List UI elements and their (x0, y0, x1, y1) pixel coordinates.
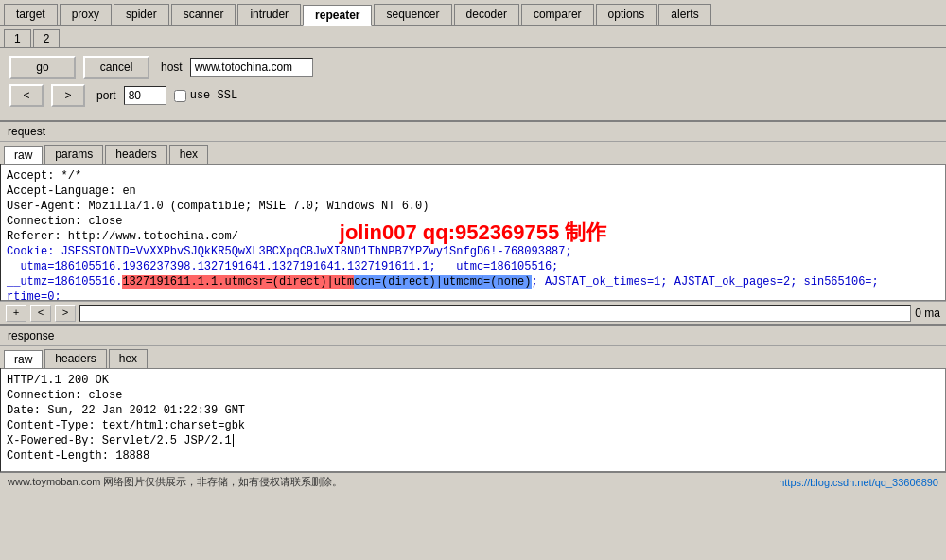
request-section-label: request (0, 121, 946, 142)
response-line-1: Connection: close (7, 388, 939, 403)
tab-target[interactable]: target (4, 4, 58, 25)
toolbar-forward-button[interactable]: > (55, 305, 76, 322)
request-line-0: Accept: */* (7, 168, 939, 184)
tab-options[interactable]: options (596, 4, 657, 25)
tab-comparer[interactable]: comparer (521, 4, 594, 25)
port-input[interactable] (124, 86, 166, 105)
numbered-tab-bar: 1 2 (0, 26, 946, 48)
request-line-4: Referer: http://www.totochina.com/ (7, 229, 939, 244)
host-input[interactable] (190, 58, 313, 77)
response-content: HTTP/1.1 200 OK Connection: close Date: … (0, 368, 946, 472)
request-tab-bar: raw params headers hex (0, 142, 946, 164)
go-button[interactable]: go (9, 56, 76, 79)
tab-2[interactable]: 2 (33, 29, 61, 47)
tab-decoder[interactable]: decoder (454, 4, 519, 25)
main-tab-bar: target proxy spider scanner intruder rep… (0, 0, 946, 26)
response-tab-raw[interactable]: raw (4, 350, 43, 369)
request-line-1: Accept-Language: en (7, 184, 939, 199)
bottom-toolbar: + < > 0 ma (0, 301, 946, 325)
tab-1[interactable]: 1 (4, 29, 31, 47)
tab-spider[interactable]: spider (114, 4, 169, 25)
use-ssl-checkbox[interactable] (174, 90, 186, 102)
response-line-4: X-Powered-By: Servlet/2.5 JSP/2.1 (7, 433, 939, 448)
tab-alerts[interactable]: alerts (658, 4, 710, 25)
use-ssl-label: use SSL (190, 89, 237, 102)
response-line-3: Content-Type: text/html;charset=gbk (7, 418, 939, 433)
host-label: host (161, 61, 183, 74)
request-line-5: Cookie: JSESSIONID=VvXXPbvSJQkKR5QwXL3BC… (7, 244, 939, 259)
request-line-3: Connection: close (7, 214, 939, 229)
response-tab-hex[interactable]: hex (109, 349, 148, 368)
request-tab-raw[interactable]: raw (4, 146, 43, 165)
response-line-0: HTTP/1.1 200 OK (7, 373, 939, 388)
response-tab-bar: raw headers hex (0, 346, 946, 368)
tab-repeater[interactable]: repeater (303, 5, 372, 26)
count-label: 0 ma (915, 306, 940, 320)
response-section-label: response (0, 325, 946, 346)
footer-left: www.toymoban.com 网络图片仅供展示，非存储，如有侵权请联系删除。 (8, 475, 342, 489)
response-tab-headers[interactable]: headers (44, 349, 106, 368)
request-content: jolin007 qq:952369755 制作 Accept: */* Acc… (0, 164, 946, 301)
tab-proxy[interactable]: proxy (60, 4, 112, 25)
tab-intruder[interactable]: intruder (237, 4, 301, 25)
toolbar-back-button[interactable]: < (30, 305, 51, 322)
response-line-5: Content-Length: 18888 (7, 448, 939, 464)
request-line-6: __utma=186105516.1936237398.1327191641.1… (7, 259, 939, 274)
controls-area: go cancel host < > port use SSL (0, 48, 946, 121)
use-ssl-row: use SSL (174, 89, 237, 102)
footer-right: https://blog.csdn.net/qq_33606890 (779, 477, 938, 488)
tab-scanner[interactable]: scanner (171, 4, 236, 25)
request-tab-params[interactable]: params (44, 145, 103, 164)
request-line-7: __utmz=186105516.1327191611.1.1.utmcsr=(… (7, 274, 939, 301)
port-label: port (96, 89, 116, 102)
back-button[interactable]: < (9, 84, 44, 107)
forward-button[interactable]: > (51, 84, 85, 107)
tab-sequencer[interactable]: sequencer (374, 4, 451, 25)
request-line-2: User-Agent: Mozilla/1.0 (compatible; MSI… (7, 199, 939, 214)
response-line-2: Date: Sun, 22 Jan 2012 01:22:39 GMT (7, 403, 939, 418)
request-tab-headers[interactable]: headers (105, 145, 166, 164)
footer: www.toymoban.com 网络图片仅供展示，非存储，如有侵权请联系删除。… (0, 472, 946, 491)
request-tab-hex[interactable]: hex (169, 145, 208, 164)
plus-button[interactable]: + (6, 305, 26, 322)
search-input[interactable] (79, 305, 911, 322)
cancel-button[interactable]: cancel (83, 56, 149, 79)
